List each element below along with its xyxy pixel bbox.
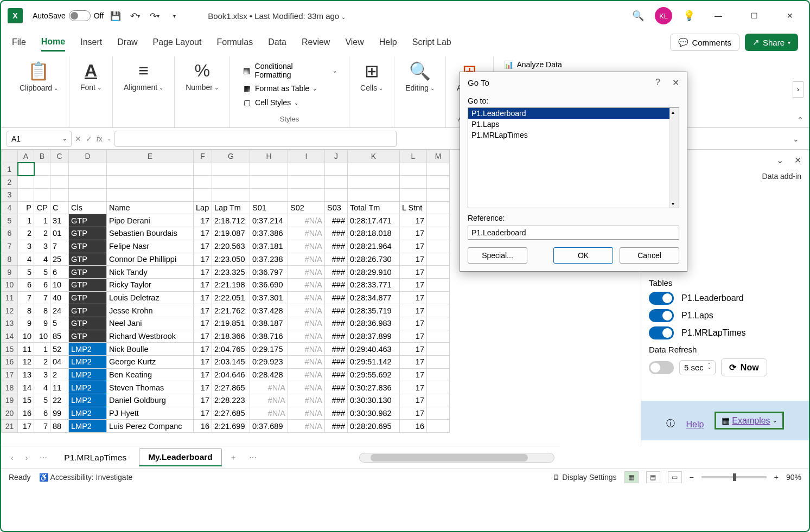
col-header[interactable]: M	[427, 150, 450, 163]
cell[interactable]	[288, 163, 325, 176]
share-button[interactable]: ↗ Share ▾	[745, 34, 798, 51]
formula-input[interactable]	[114, 131, 397, 147]
cell[interactable]	[348, 176, 400, 189]
goto-item[interactable]: P1.Leaderboard	[468, 108, 679, 119]
goto-item[interactable]: P1.Laps	[468, 119, 679, 130]
cell[interactable]	[348, 163, 400, 176]
refresh-interval-spinner[interactable]: 5 sec˄˅	[679, 360, 716, 375]
cell[interactable]	[400, 176, 427, 189]
col-header[interactable]: H	[250, 150, 288, 163]
user-avatar[interactable]: KL	[655, 7, 672, 24]
cell[interactable]	[34, 176, 50, 189]
editing-button[interactable]: 🔍Editing⌄	[401, 59, 439, 94]
zoom-in-button[interactable]: +	[774, 473, 779, 482]
cell[interactable]	[107, 163, 194, 176]
number-button[interactable]: %Number⌄	[181, 59, 223, 94]
tab-view[interactable]: View	[345, 34, 363, 50]
tab-home[interactable]: Home	[41, 34, 65, 52]
cell[interactable]	[107, 189, 194, 202]
minimize-button[interactable]: —	[706, 7, 731, 24]
cell[interactable]	[194, 163, 212, 176]
cancel-formula-icon[interactable]: ✕	[75, 134, 81, 143]
format-as-table-button[interactable]: ▦Format as Table ⌄	[239, 82, 340, 94]
toggle-refresh[interactable]	[649, 361, 674, 374]
col-header[interactable]: I	[288, 150, 325, 163]
taskpane-menu-icon[interactable]: ⌄	[776, 155, 783, 165]
cell[interactable]	[250, 176, 288, 189]
cell[interactable]	[325, 176, 348, 189]
col-header[interactable]: D	[69, 150, 107, 163]
refresh-now-button[interactable]: ⟳Now	[721, 358, 767, 376]
cells-button[interactable]: ⊞Cells⌄	[356, 59, 387, 94]
col-header[interactable]: F	[194, 150, 212, 163]
goto-list[interactable]: P1.Leaderboard P1.Laps P1.MRLapTimes ▴▾	[468, 107, 679, 208]
col-header[interactable]: B	[34, 150, 50, 163]
col-header[interactable]: G	[212, 150, 250, 163]
comments-button[interactable]: 💬 Comments	[670, 34, 739, 51]
analyze-data-button[interactable]: 📊Analyze Data	[500, 59, 565, 70]
horizontal-scrollbar[interactable]	[359, 453, 554, 463]
cell[interactable]	[194, 189, 212, 202]
name-box[interactable]: A1⌄	[7, 131, 72, 147]
row-header[interactable]: 1	[2, 163, 18, 176]
tab-data[interactable]: Data	[268, 34, 286, 50]
row-header[interactable]: 2	[2, 176, 18, 189]
help-link[interactable]: Help	[686, 420, 704, 430]
cell[interactable]	[427, 189, 450, 202]
cell[interactable]	[325, 163, 348, 176]
cell[interactable]	[400, 189, 427, 202]
zoom-out-button[interactable]: −	[690, 473, 694, 482]
cell[interactable]	[18, 163, 34, 176]
dialog-help-icon[interactable]: ?	[655, 78, 660, 88]
qat-customize-icon[interactable]: ▾	[167, 8, 182, 23]
cell-styles-button[interactable]: ▢Cell Styles ⌄	[239, 97, 340, 108]
cell[interactable]	[107, 176, 194, 189]
cancel-button[interactable]: Cancel	[620, 247, 679, 264]
enter-formula-icon[interactable]: ✓	[86, 134, 92, 143]
col-header[interactable]: L	[400, 150, 427, 163]
col-header[interactable]: J	[325, 150, 348, 163]
cell[interactable]	[400, 163, 427, 176]
cell[interactable]	[50, 163, 69, 176]
col-header[interactable]: K	[348, 150, 400, 163]
toggle-mrlaptimes[interactable]	[649, 326, 674, 339]
view-normal-icon[interactable]: ▦	[624, 471, 639, 483]
cell[interactable]	[18, 176, 34, 189]
sheet-tab-myleaderboard[interactable]: My.Leaderboard	[139, 448, 222, 466]
sheet-nav-prev[interactable]: ‹	[7, 451, 18, 464]
cell[interactable]	[250, 189, 288, 202]
font-button[interactable]: AFont⌄	[76, 59, 106, 94]
ribbon-collapse-button[interactable]: ⌃	[797, 116, 803, 124]
examples-dropdown[interactable]: ▦Examples ⌄	[715, 412, 783, 430]
cell[interactable]	[69, 176, 107, 189]
sheet-menu-button[interactable]: ⋯	[245, 451, 261, 464]
dialog-close-icon[interactable]: ✕	[672, 78, 679, 88]
cell[interactable]	[50, 189, 69, 202]
search-icon[interactable]: 🔍	[632, 10, 644, 22]
document-title[interactable]: Book1.xlsx • Last Modified: 33m ago ⌄	[208, 11, 346, 21]
sheet-nav-next[interactable]: ›	[21, 451, 33, 464]
chevron-down-icon[interactable]: ˅	[708, 368, 711, 373]
maximize-button[interactable]: ☐	[742, 7, 767, 24]
special-button[interactable]: Special...	[468, 247, 527, 264]
cell[interactable]	[250, 163, 288, 176]
col-header[interactable]: C	[50, 150, 69, 163]
zoom-slider[interactable]	[701, 476, 767, 478]
tab-scriptlab[interactable]: Script Lab	[412, 34, 451, 50]
col-header[interactable]: E	[107, 150, 194, 163]
tab-pagelayout[interactable]: Page Layout	[153, 34, 202, 50]
view-pagelayout-icon[interactable]: ▤	[646, 471, 660, 483]
tab-review[interactable]: Review	[302, 34, 330, 50]
view-pagebreak-icon[interactable]: ▭	[668, 471, 682, 483]
save-icon[interactable]: 💾	[108, 8, 123, 23]
zoom-level[interactable]: 90%	[786, 473, 801, 482]
goto-item[interactable]: P1.MRLapTimes	[468, 130, 679, 140]
ok-button[interactable]: OK	[553, 247, 613, 264]
cell[interactable]	[69, 163, 107, 176]
sheet-nav-all[interactable]: ⋯	[35, 451, 52, 464]
cell[interactable]	[288, 189, 325, 202]
taskpane-close-icon[interactable]: ✕	[794, 155, 801, 165]
cell[interactable]	[288, 176, 325, 189]
redo-icon[interactable]: ↷▾	[147, 8, 162, 23]
sheet-tab-mrlaptimes[interactable]: P1.MRLapTimes	[55, 449, 136, 466]
